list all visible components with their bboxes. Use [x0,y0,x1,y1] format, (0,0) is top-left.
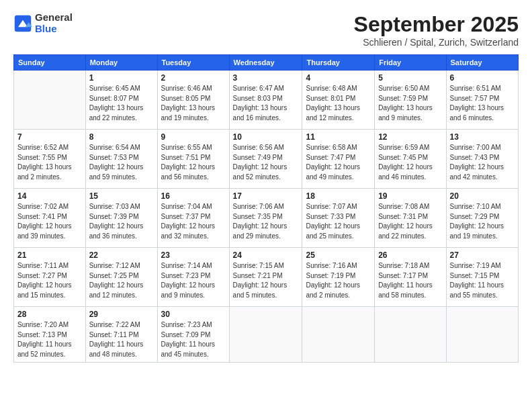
calendar-day-cell [375,307,446,363]
calendar-day-cell: 20Sunrise: 7:10 AM Sunset: 7:29 PM Dayli… [446,189,518,248]
day-info: Sunrise: 6:48 AM Sunset: 8:01 PM Dayligh… [306,84,371,123]
day-number: 9 [161,132,226,142]
day-number: 16 [161,191,226,201]
calendar-day-cell: 9Sunrise: 6:55 AM Sunset: 7:51 PM Daylig… [157,130,229,189]
day-number: 29 [89,310,154,319]
day-number: 17 [233,191,299,201]
day-info: Sunrise: 7:11 AM Sunset: 7:27 PM Dayligh… [17,261,82,300]
calendar-day-cell: 21Sunrise: 7:11 AM Sunset: 7:27 PM Dayli… [14,248,86,307]
calendar-day-cell: 14Sunrise: 7:02 AM Sunset: 7:41 PM Dayli… [14,189,86,248]
month-title: September 2025 [354,12,519,37]
calendar-day-cell: 7Sunrise: 6:52 AM Sunset: 7:55 PM Daylig… [14,130,86,189]
calendar-day-cell: 17Sunrise: 7:06 AM Sunset: 7:35 PM Dayli… [229,189,302,248]
day-info: Sunrise: 7:14 AM Sunset: 7:23 PM Dayligh… [161,261,226,300]
day-number: 10 [233,132,299,142]
day-info: Sunrise: 6:50 AM Sunset: 7:59 PM Dayligh… [378,84,442,123]
day-number: 28 [17,310,82,319]
day-info: Sunrise: 7:23 AM Sunset: 7:09 PM Dayligh… [161,320,226,359]
day-number: 11 [306,132,371,142]
day-number: 21 [17,250,82,260]
day-number: 14 [17,191,82,201]
day-info: Sunrise: 6:51 AM Sunset: 7:57 PM Dayligh… [450,84,515,123]
logo-blue-text: Blue [35,23,57,34]
day-info: Sunrise: 6:55 AM Sunset: 7:51 PM Dayligh… [161,143,226,182]
calendar-day-cell: 30Sunrise: 7:23 AM Sunset: 7:09 PM Dayli… [157,307,229,363]
day-number: 18 [306,191,371,201]
day-info: Sunrise: 6:54 AM Sunset: 7:53 PM Dayligh… [89,143,154,182]
calendar-header-tuesday: Tuesday [157,55,229,71]
calendar-day-cell [302,307,375,363]
calendar-day-cell: 2Sunrise: 6:46 AM Sunset: 8:05 PM Daylig… [157,71,229,130]
day-number: 19 [378,191,442,201]
day-info: Sunrise: 6:59 AM Sunset: 7:45 PM Dayligh… [378,143,442,182]
calendar-day-cell: 1Sunrise: 6:45 AM Sunset: 8:07 PM Daylig… [85,71,157,130]
day-number: 5 [378,73,442,83]
calendar-day-cell: 18Sunrise: 7:07 AM Sunset: 7:33 PM Dayli… [302,189,375,248]
calendar-day-cell: 25Sunrise: 7:16 AM Sunset: 7:19 PM Dayli… [302,248,375,307]
calendar-day-cell: 8Sunrise: 6:54 AM Sunset: 7:53 PM Daylig… [85,130,157,189]
calendar-day-cell: 22Sunrise: 7:12 AM Sunset: 7:25 PM Dayli… [85,248,157,307]
day-info: Sunrise: 6:52 AM Sunset: 7:55 PM Dayligh… [17,143,82,182]
calendar-day-cell: 23Sunrise: 7:14 AM Sunset: 7:23 PM Dayli… [157,248,229,307]
calendar-header-friday: Friday [375,55,446,71]
calendar-day-cell: 27Sunrise: 7:19 AM Sunset: 7:15 PM Dayli… [446,248,518,307]
day-number: 4 [306,73,371,83]
page-header: General Blue September 2025 Schlieren / … [13,12,519,48]
day-info: Sunrise: 7:22 AM Sunset: 7:11 PM Dayligh… [89,320,154,359]
calendar-day-cell: 16Sunrise: 7:04 AM Sunset: 7:37 PM Dayli… [157,189,229,248]
day-number: 24 [233,250,299,260]
calendar-week-row: 1Sunrise: 6:45 AM Sunset: 8:07 PM Daylig… [14,71,519,130]
day-info: Sunrise: 7:04 AM Sunset: 7:37 PM Dayligh… [161,202,226,241]
calendar-week-row: 14Sunrise: 7:02 AM Sunset: 7:41 PM Dayli… [14,189,519,248]
calendar-day-cell: 12Sunrise: 6:59 AM Sunset: 7:45 PM Dayli… [375,130,446,189]
logo-icon [13,14,32,33]
day-info: Sunrise: 7:03 AM Sunset: 7:39 PM Dayligh… [89,202,154,241]
calendar-week-row: 21Sunrise: 7:11 AM Sunset: 7:27 PM Dayli… [14,248,519,307]
day-number: 25 [306,250,371,260]
calendar-day-cell: 10Sunrise: 6:56 AM Sunset: 7:49 PM Dayli… [229,130,302,189]
day-info: Sunrise: 7:06 AM Sunset: 7:35 PM Dayligh… [233,202,299,241]
day-number: 6 [450,73,515,83]
day-info: Sunrise: 6:47 AM Sunset: 8:03 PM Dayligh… [233,84,299,123]
calendar-header-row: SundayMondayTuesdayWednesdayThursdayFrid… [14,55,519,71]
calendar-day-cell: 26Sunrise: 7:18 AM Sunset: 7:17 PM Dayli… [375,248,446,307]
calendar-header-sunday: Sunday [14,55,86,71]
calendar-header-wednesday: Wednesday [229,55,302,71]
day-info: Sunrise: 7:18 AM Sunset: 7:17 PM Dayligh… [378,261,442,300]
calendar-table: SundayMondayTuesdayWednesdayThursdayFrid… [13,54,519,363]
day-number: 26 [378,250,442,260]
logo-general-text: General [35,11,73,23]
day-number: 15 [89,191,154,201]
calendar-day-cell: 6Sunrise: 6:51 AM Sunset: 7:57 PM Daylig… [446,71,518,130]
day-number: 23 [161,250,226,260]
day-number: 20 [450,191,515,201]
day-number: 13 [450,132,515,142]
title-block: September 2025 Schlieren / Spital, Zuric… [354,12,519,48]
day-info: Sunrise: 6:46 AM Sunset: 8:05 PM Dayligh… [161,84,226,123]
day-info: Sunrise: 7:15 AM Sunset: 7:21 PM Dayligh… [233,261,299,300]
day-number: 2 [161,73,226,83]
day-number: 7 [17,132,82,142]
day-number: 12 [378,132,442,142]
day-info: Sunrise: 7:12 AM Sunset: 7:25 PM Dayligh… [89,261,154,300]
calendar-day-cell: 15Sunrise: 7:03 AM Sunset: 7:39 PM Dayli… [85,189,157,248]
calendar-day-cell: 11Sunrise: 6:58 AM Sunset: 7:47 PM Dayli… [302,130,375,189]
day-info: Sunrise: 7:00 AM Sunset: 7:43 PM Dayligh… [450,143,515,182]
day-info: Sunrise: 6:58 AM Sunset: 7:47 PM Dayligh… [306,143,371,182]
day-number: 30 [161,310,226,319]
day-info: Sunrise: 7:19 AM Sunset: 7:15 PM Dayligh… [450,261,515,300]
day-info: Sunrise: 7:10 AM Sunset: 7:29 PM Dayligh… [450,202,515,241]
calendar-week-row: 28Sunrise: 7:20 AM Sunset: 7:13 PM Dayli… [14,307,519,363]
logo: General Blue [13,12,73,34]
calendar-day-cell [229,307,302,363]
calendar-header-monday: Monday [85,55,157,71]
calendar-day-cell: 28Sunrise: 7:20 AM Sunset: 7:13 PM Dayli… [14,307,86,363]
calendar-week-row: 7Sunrise: 6:52 AM Sunset: 7:55 PM Daylig… [14,130,519,189]
day-number: 22 [89,250,154,260]
calendar-day-cell: 19Sunrise: 7:08 AM Sunset: 7:31 PM Dayli… [375,189,446,248]
day-number: 8 [89,132,154,142]
calendar-day-cell: 29Sunrise: 7:22 AM Sunset: 7:11 PM Dayli… [85,307,157,363]
day-info: Sunrise: 7:20 AM Sunset: 7:13 PM Dayligh… [17,320,82,359]
day-info: Sunrise: 7:08 AM Sunset: 7:31 PM Dayligh… [378,202,442,241]
day-info: Sunrise: 6:56 AM Sunset: 7:49 PM Dayligh… [233,143,299,182]
